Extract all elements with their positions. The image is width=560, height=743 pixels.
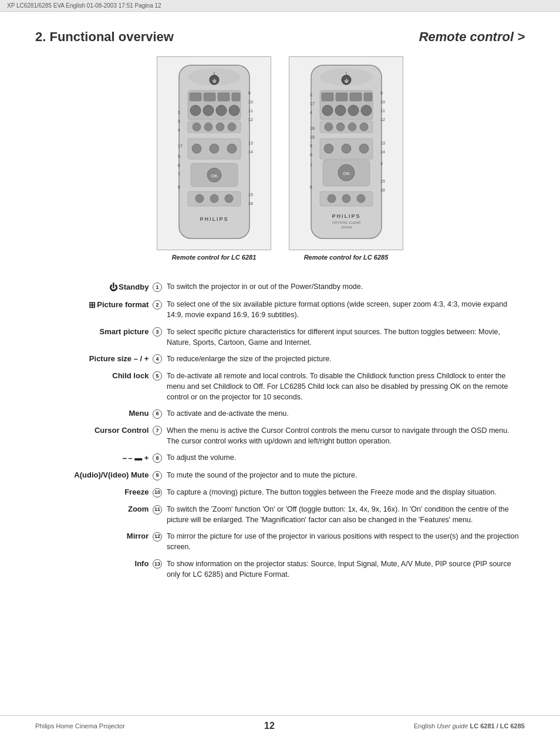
- svg-text:8: 8: [310, 185, 312, 189]
- svg-point-44: [225, 194, 233, 203]
- feature-num-6: 6: [153, 409, 162, 419]
- svg-text:19: 19: [310, 135, 315, 139]
- svg-text:10: 10: [248, 100, 253, 104]
- svg-point-60: [322, 105, 333, 116]
- remote-lc6281-container: ⏻ 9 10 11 12: [157, 56, 271, 261]
- feature-icon-8: –: [123, 453, 127, 463]
- feature-name-13: Info: [135, 559, 149, 568]
- feature-label-11: Zoom 11: [35, 501, 164, 528]
- feature-desc-2: To select one of the six available pictu…: [164, 296, 525, 323]
- svg-text:OK: OK: [211, 173, 218, 179]
- remote-lc6285-container: ⏻ 9 10 11 12 2: [289, 56, 403, 261]
- svg-text:2: 2: [310, 93, 312, 97]
- svg-point-75: [336, 123, 345, 131]
- svg-rect-10: [204, 93, 215, 101]
- svg-text:7: 7: [310, 163, 312, 167]
- svg-rect-12: [232, 93, 240, 101]
- feature-name-9: A(udio)/V(ideo) Mute: [74, 470, 149, 479]
- feature-desc-1: To switch the projector in or out of the…: [164, 278, 525, 296]
- feature-name-6: Menu: [129, 409, 149, 418]
- svg-point-77: [360, 123, 368, 131]
- footer-model: LC 6281 / LC 6285: [470, 722, 525, 729]
- svg-text:3: 3: [380, 162, 383, 166]
- remote-lc6285-caption: Remote control for LC 6285: [304, 254, 389, 261]
- svg-point-26: [193, 123, 201, 131]
- svg-point-28: [216, 123, 224, 131]
- svg-point-42: [195, 194, 204, 203]
- svg-text:17: 17: [310, 102, 315, 106]
- svg-text:9: 9: [248, 91, 251, 95]
- feature-num-8: 8: [153, 453, 162, 463]
- feature-desc-12: To mirror the picture for use of the pro…: [164, 528, 525, 555]
- svg-text:16: 16: [248, 201, 253, 206]
- svg-point-43: [210, 194, 218, 203]
- feature-row-12: Mirror 12To mirror the picture for use o…: [35, 528, 525, 555]
- svg-text:OK: OK: [343, 171, 350, 176]
- svg-text:7: 7: [178, 172, 180, 176]
- svg-text:15: 15: [380, 179, 385, 183]
- features-table: ⏻Standby 1To switch the projector in or …: [35, 278, 525, 583]
- footer-guide-label: User guide: [437, 722, 468, 729]
- svg-point-91: [328, 194, 336, 203]
- svg-text:5: 5: [310, 144, 312, 148]
- svg-text:PHILIPS: PHILIPS: [200, 216, 228, 222]
- feature-icon-2: ⊞: [89, 300, 96, 310]
- feature-desc-10: To capture a (moving) picture. The butto…: [164, 484, 525, 501]
- svg-text:16: 16: [380, 188, 385, 192]
- feature-row-9: A(udio)/V(ideo) Mute 9To mute the sound …: [35, 467, 525, 484]
- feature-desc-13: To show information on the projector sta…: [164, 556, 525, 583]
- feature-label-5: Child lock 5: [35, 368, 164, 405]
- svg-point-62: [348, 105, 359, 116]
- svg-text:4: 4: [178, 128, 180, 132]
- footer-page-number: 12: [264, 721, 275, 731]
- svg-text:5: 5: [178, 154, 180, 159]
- svg-point-74: [325, 123, 333, 131]
- feature-num-11: 11: [153, 505, 162, 515]
- svg-text:12: 12: [248, 117, 253, 122]
- feature-icon-1: ⏻: [109, 283, 117, 292]
- svg-point-27: [204, 123, 212, 131]
- feature-num-7: 7: [153, 426, 162, 435]
- svg-text:10: 10: [380, 100, 385, 104]
- svg-point-93: [357, 194, 365, 203]
- header-text: XP LC6281/6285 EVA English 01-08-2003 17…: [7, 2, 161, 9]
- feature-num-3: 3: [153, 327, 162, 337]
- feature-desc-9: To mute the sound of the projector and t…: [164, 467, 525, 484]
- page-content: 2. Functional overview Remote control > …: [0, 12, 560, 600]
- svg-text:12: 12: [380, 117, 385, 122]
- feature-num-1: 1: [153, 283, 162, 292]
- footer: Philips Home Cinema Projector 12 English…: [0, 715, 560, 731]
- svg-point-16: [229, 105, 239, 116]
- feature-desc-11: To switch the 'Zoom' function 'On' or 'O…: [164, 501, 525, 528]
- section-subtitle: Remote control >: [419, 29, 525, 45]
- feature-row-7: Cursor Control 7When the menu is active …: [35, 422, 525, 449]
- footer-right: English User guide LC 6281 / LC 6285: [414, 722, 525, 729]
- title-row: 2. Functional overview Remote control >: [35, 29, 525, 45]
- feature-label-13: Info 13: [35, 556, 164, 583]
- svg-text:13: 13: [248, 141, 253, 145]
- svg-point-35: [227, 144, 237, 153]
- svg-text:11: 11: [380, 109, 385, 113]
- feature-row-3: Smart picture 3To select specific pictur…: [35, 324, 525, 351]
- feature-num-2: 2: [153, 300, 162, 310]
- svg-text:3: 3: [178, 119, 180, 123]
- feature-row-13: Info 13To show information on the projec…: [35, 556, 525, 583]
- feature-num-13: 13: [153, 559, 162, 569]
- feature-row-6: Menu 6To activate and de-activate the me…: [35, 405, 525, 422]
- feature-num-10: 10: [153, 488, 162, 497]
- svg-point-33: [192, 144, 201, 153]
- feature-desc-3: To select specific picture characteristi…: [164, 324, 525, 351]
- header-bar: XP LC6281/6285 EVA English 01-08-2003 17…: [0, 0, 560, 12]
- svg-point-14: [203, 105, 214, 116]
- feature-name-1: Standby: [119, 283, 149, 291]
- svg-text:1: 1: [213, 72, 215, 76]
- svg-text:4: 4: [310, 110, 312, 115]
- svg-text:14: 14: [248, 150, 253, 154]
- feature-num-4: 4: [153, 354, 162, 364]
- svg-point-83: [359, 144, 369, 153]
- svg-rect-56: [322, 93, 333, 101]
- feature-label-9: A(udio)/V(ideo) Mute 9: [35, 467, 164, 484]
- feature-name-5: Child lock: [112, 371, 149, 380]
- remote-lc6285-image: ⏻ 9 10 11 12 2: [289, 56, 403, 250]
- svg-text:17: 17: [178, 144, 183, 148]
